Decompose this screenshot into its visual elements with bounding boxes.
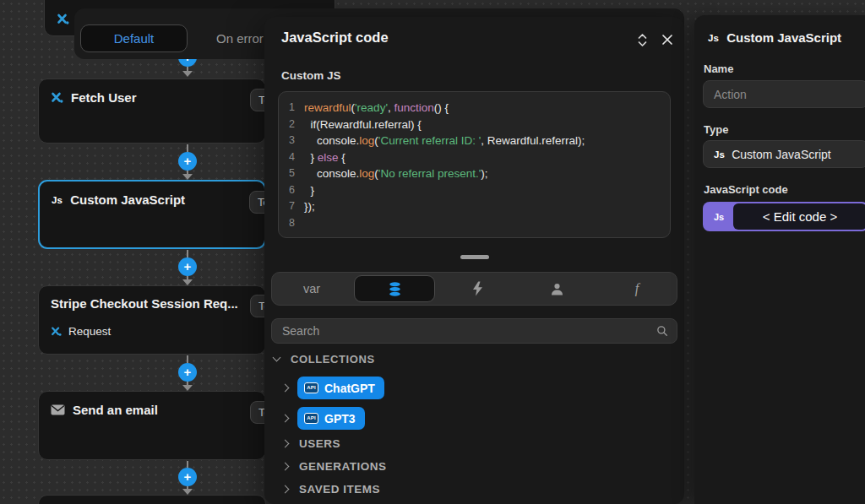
workflow-node-send-email[interactable]: Send an email Test	[38, 391, 266, 460]
add-step-button[interactable]: +	[178, 257, 197, 276]
collection-label: GPT3	[324, 412, 356, 425]
type-label: Type	[704, 123, 728, 136]
javascript-code-label: JavaScript code	[704, 183, 788, 196]
drag-handle[interactable]	[460, 255, 489, 259]
line-number: 5	[279, 165, 304, 182]
code-line: 6 }	[279, 182, 670, 199]
search-placeholder: Search	[282, 319, 319, 343]
js-icon: Js	[714, 149, 725, 160]
node-title: Custom JavaScript	[70, 192, 185, 207]
code-line: 2 if(Rewardful.referral) {	[279, 117, 670, 133]
formulas-tab[interactable]: f	[597, 273, 677, 305]
code-line: 5 console.log('No referral present.');	[279, 165, 670, 182]
edit-code-button[interactable]: Js < Edit code >	[703, 202, 865, 231]
search-input[interactable]: Search	[271, 318, 677, 344]
tree-section-saved-items[interactable]: SAVED ITEMS	[282, 483, 380, 496]
chevron-right-icon	[281, 485, 290, 494]
xano-icon	[57, 13, 69, 25]
line-number: 6	[279, 182, 304, 199]
lightning-icon	[471, 281, 484, 296]
line-number: 7	[279, 198, 304, 215]
tree-collection-row: APIGPT3	[282, 407, 365, 430]
code-text: } else {	[304, 149, 345, 166]
line-number: 2	[279, 117, 304, 133]
collections-tab[interactable]	[354, 275, 435, 302]
user-tab[interactable]	[518, 273, 597, 305]
code-line: 1rewardful('ready', function() {	[279, 100, 670, 117]
action-inspector-panel: Js Custom JavaScript Name Action Type Js…	[694, 15, 865, 504]
node-subtitle: Request	[68, 325, 111, 338]
collection-pill-gpt3[interactable]: APIGPT3	[297, 407, 365, 430]
chevron-right-icon[interactable]	[281, 415, 290, 423]
panel-header: Js Custom JavaScript	[708, 30, 841, 45]
connector-arrow-icon	[182, 71, 193, 77]
code-line: 3 console.log('Current referral ID: ', R…	[279, 133, 670, 149]
node-title: Send an email	[73, 403, 158, 417]
workflow-node-partial-bottom[interactable]	[38, 495, 266, 504]
name-placeholder: Action	[714, 88, 747, 101]
tree-section-label: COLLECTIONS	[291, 353, 375, 366]
data-source-tabbar: varf	[271, 272, 677, 306]
name-input[interactable]: Action	[703, 80, 865, 108]
type-value: Custom JavaScript	[732, 148, 830, 161]
connector-line	[187, 250, 188, 257]
tree-section-label: SAVED ITEMS	[299, 483, 380, 496]
js-icon: Js	[708, 33, 719, 43]
xano-icon	[51, 326, 62, 337]
line-number: 8	[279, 215, 304, 232]
close-icon[interactable]	[658, 30, 677, 49]
workflow-node-fetch-user[interactable]: Fetch User Test	[38, 79, 266, 144]
tree-section-generations[interactable]: GENERATIONS	[282, 460, 387, 473]
connector-arrow-icon	[182, 489, 193, 495]
api-icon: API	[304, 413, 318, 424]
workflow-node-stripe-checkout[interactable]: Stripe Checkout Session Req... Request T…	[38, 285, 266, 355]
chevron-right-icon[interactable]	[281, 384, 290, 393]
code-text: rewardful('ready', function() {	[304, 100, 449, 117]
tab-default[interactable]: Default	[80, 24, 188, 52]
code-line: 8	[279, 215, 670, 232]
workflow-node-custom-javascript[interactable]: Js Custom JavaScript Test	[38, 180, 266, 249]
variables-tab-label: var	[303, 282, 320, 295]
code-line: 7});	[279, 198, 670, 215]
database-icon	[387, 281, 403, 297]
chevron-right-icon	[281, 463, 290, 471]
js-icon: Js	[705, 203, 733, 230]
panel-title: Custom JavaScript	[726, 30, 841, 45]
add-step-button[interactable]: +	[178, 152, 197, 171]
workflows-tab[interactable]	[438, 273, 517, 305]
tree-section-users[interactable]: USERS	[282, 437, 340, 450]
add-step-button[interactable]: +	[178, 468, 197, 486]
workflow-editor-screen: Request Default On error + Fetch User Te…	[0, 0, 865, 504]
type-select[interactable]: Js Custom JavaScript	[703, 140, 865, 168]
xano-icon	[51, 91, 63, 104]
collection-label: ChatGPT	[324, 382, 375, 395]
collection-pill-chatgpt[interactable]: APIChatGPT	[297, 377, 384, 399]
connector-line	[187, 144, 188, 152]
code-editor[interactable]: 1rewardful('ready', function() {2 if(Rew…	[278, 91, 671, 238]
line-number: 3	[279, 133, 304, 149]
chevron-down-icon	[273, 354, 281, 362]
tree-section-label: USERS	[299, 437, 340, 450]
variables-tab[interactable]: var	[272, 273, 351, 305]
connector-line	[187, 461, 188, 468]
name-label: Name	[704, 62, 733, 75]
node-title: Fetch User	[71, 90, 137, 105]
connector-arrow-icon	[182, 279, 193, 285]
chevron-right-icon	[281, 440, 290, 448]
expand-collapse-icon[interactable]	[633, 30, 651, 49]
tree-collection-row: APIChatGPT	[282, 377, 384, 399]
code-text: console.log('No referral present.');	[304, 165, 488, 182]
tree-section-label: GENERATIONS	[299, 460, 387, 473]
tree-section-collections[interactable]: COLLECTIONS	[274, 353, 375, 366]
custom-js-label: Custom JS	[281, 69, 341, 82]
add-step-button[interactable]: +	[178, 363, 197, 382]
connector-line	[187, 355, 188, 363]
line-number: 1	[279, 100, 304, 117]
formulas-tab-label: f	[635, 281, 639, 296]
modal-title: JavaScript code	[281, 30, 389, 46]
javascript-code-modal: JavaScript code Custom JS 1rewardful('re…	[264, 17, 684, 504]
js-icon: Js	[52, 195, 63, 205]
connector-arrow-icon	[182, 174, 193, 180]
code-text: }	[304, 182, 314, 199]
api-icon: API	[304, 382, 318, 393]
